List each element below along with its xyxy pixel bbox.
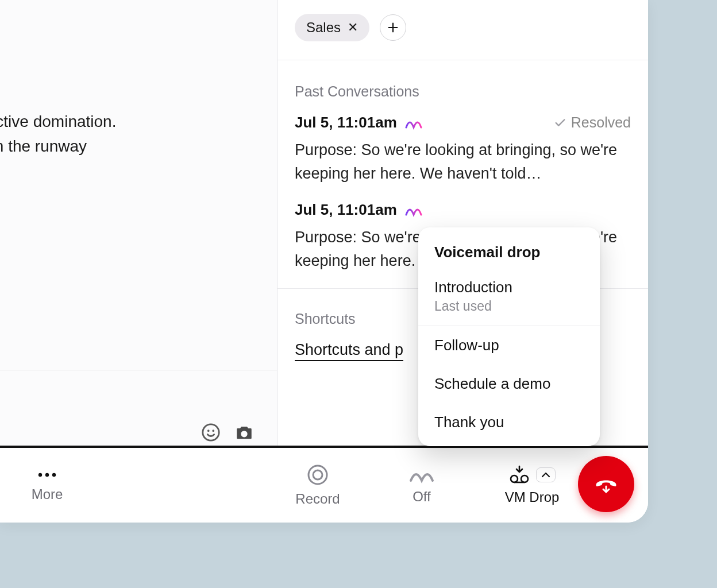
tag-row: Sales ✕ — [277, 0, 648, 60]
message-line-1: s to ensure proactive domination. — [0, 109, 265, 134]
shortcuts-link[interactable]: Shortcuts and p — [295, 341, 403, 361]
voicemail-drop-menu: Voicemail drop Introduction Last used Fo… — [418, 227, 600, 446]
voicemail-drop-title: Voicemail drop — [418, 227, 600, 268]
record-button[interactable]: Record — [286, 463, 349, 507]
svg-point-8 — [511, 475, 518, 482]
svg-point-2 — [212, 430, 214, 432]
call-toolbar: More Record Off VM Drop — [0, 446, 648, 523]
tag-sales[interactable]: Sales ✕ — [295, 14, 369, 41]
more-button[interactable]: More — [21, 468, 74, 502]
divider — [0, 370, 277, 370]
emoji-icon[interactable] — [201, 423, 221, 442]
tag-label: Sales — [306, 20, 341, 36]
more-label: More — [32, 486, 63, 502]
svg-point-7 — [313, 470, 322, 479]
vm-option-schedule-demo[interactable]: Schedule a demo — [418, 365, 600, 403]
composer-toolbar — [201, 423, 254, 442]
check-icon — [554, 117, 566, 129]
conversation-body: Purpose: So we're looking at bringing, s… — [295, 138, 631, 185]
conversation-item[interactable]: Jul 5, 11:01am Resolved Purpose: So we'r… — [277, 114, 648, 201]
chevron-up-icon[interactable] — [536, 467, 556, 482]
ellipsis-icon — [36, 468, 59, 482]
svg-point-9 — [521, 475, 528, 482]
conversation-date: Jul 5, 11:01am — [295, 114, 397, 131]
vm-option-thank-you[interactable]: Thank you — [418, 403, 600, 446]
conversation-header: Jul 5, 11:01am Resolved — [295, 114, 631, 131]
past-conversations-title: Past Conversations — [277, 60, 648, 114]
camera-icon[interactable] — [234, 423, 254, 442]
svg-point-6 — [309, 466, 327, 484]
svg-point-1 — [207, 430, 210, 432]
ai-icon — [405, 203, 422, 217]
hangup-icon — [591, 469, 621, 499]
left-pane: s to ensure proactive domination. jenera… — [0, 0, 277, 523]
vm-option-introduction[interactable]: Introduction — [418, 268, 600, 299]
close-icon[interactable]: ✕ — [348, 20, 358, 35]
add-tag-button[interactable] — [380, 14, 406, 41]
conversation-header: Jul 5, 11:01am — [295, 201, 631, 219]
svg-point-0 — [203, 424, 219, 440]
voicemail-drop-icon — [508, 465, 530, 485]
vm-drop-label: VM Drop — [505, 489, 560, 505]
record-label: Record — [295, 491, 340, 507]
record-icon — [306, 463, 329, 486]
ai-icon — [408, 466, 435, 484]
ai-off-button[interactable]: Off — [399, 466, 445, 505]
vm-option-follow-up[interactable]: Follow-up — [418, 326, 600, 365]
svg-point-5 — [52, 473, 56, 477]
vm-option-sublabel: Last used — [418, 299, 600, 326]
app-frame: s to ensure proactive domination. jenera… — [0, 0, 648, 523]
resolved-badge: Resolved — [554, 114, 631, 131]
resolved-label: Resolved — [571, 114, 631, 131]
message-line-2: jeneration X is on the runway — [0, 134, 265, 158]
off-label: Off — [413, 489, 431, 505]
svg-point-3 — [38, 473, 42, 477]
vm-drop-button[interactable]: VM Drop — [486, 465, 578, 505]
ai-icon — [405, 116, 422, 130]
message-text: s to ensure proactive domination. jenera… — [0, 109, 265, 159]
right-pane: Sales ✕ Past Conversations Jul 5, 11:01a… — [277, 0, 648, 523]
svg-point-4 — [45, 473, 49, 477]
end-call-button[interactable] — [578, 456, 634, 512]
conversation-date: Jul 5, 11:01am — [295, 201, 397, 219]
